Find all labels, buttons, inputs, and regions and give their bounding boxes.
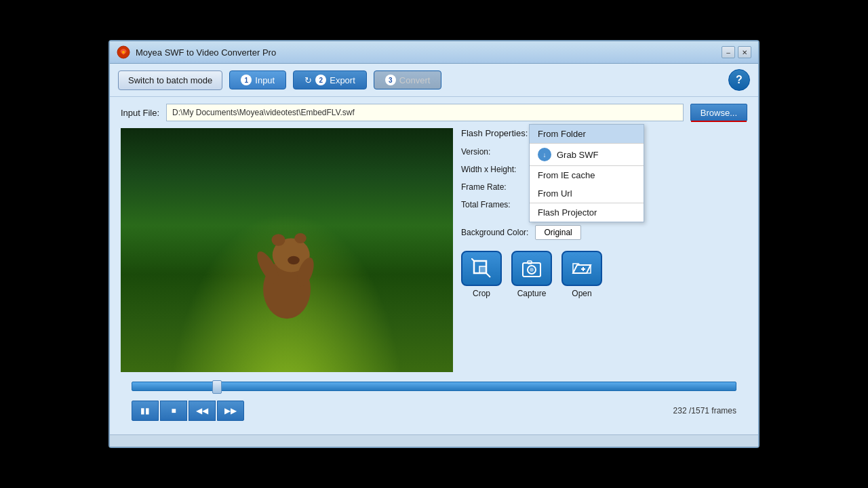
grab-swf-item[interactable]: ↓ Grab SWF bbox=[530, 144, 644, 165]
toolbar: Switch to batch mode 1 Input ↻ 2 Export … bbox=[110, 64, 758, 97]
input-file-row: Input File: Browse... bbox=[121, 104, 747, 121]
title-bar-left: Moyea SWF to Video Converter Pro bbox=[117, 45, 276, 59]
version-label: Version: bbox=[461, 147, 529, 157]
from-url-label: From Url bbox=[538, 188, 572, 199]
step2-export-button[interactable]: ↻ 2 Export bbox=[293, 70, 367, 89]
totalframes-label: Total Frames: bbox=[461, 200, 529, 209]
rewind-button[interactable]: ◀◀ bbox=[189, 401, 216, 421]
from-ie-cache-item[interactable]: From IE cache bbox=[530, 166, 644, 184]
batch-mode-button[interactable]: Switch to batch mode bbox=[118, 70, 222, 90]
step1-label: Input bbox=[255, 75, 275, 85]
original-color-button[interactable]: Original bbox=[535, 225, 580, 240]
bear-svg bbox=[243, 196, 331, 331]
step1-input-button[interactable]: 1 Input bbox=[229, 70, 286, 89]
help-button[interactable]: ? bbox=[728, 69, 750, 91]
background-color-row: Background Color: Original bbox=[461, 225, 747, 240]
from-folder-item[interactable]: From Folder bbox=[530, 125, 644, 143]
svg-point-8 bbox=[288, 256, 300, 265]
window-title: Moyea SWF to Video Converter Pro bbox=[136, 47, 276, 58]
crop-icon bbox=[461, 251, 502, 286]
open-button[interactable]: Open bbox=[561, 251, 602, 298]
input-file-field[interactable] bbox=[166, 104, 684, 121]
browse-dropdown: From Folder ↓ Grab SWF From IE cache Fro… bbox=[529, 124, 644, 222]
grab-swf-icon: ↓ bbox=[538, 148, 551, 161]
close-button[interactable]: ✕ bbox=[738, 46, 751, 58]
browse-button[interactable]: Browse... bbox=[690, 104, 747, 121]
input-file-label: Input File: bbox=[121, 108, 159, 118]
svg-point-4 bbox=[272, 234, 285, 246]
step3-label: Convert bbox=[399, 75, 431, 85]
stop-button[interactable]: ■ bbox=[160, 401, 187, 421]
from-url-item[interactable]: From Url bbox=[530, 184, 644, 203]
video-preview-container bbox=[121, 128, 453, 372]
title-bar: Moyea SWF to Video Converter Pro – ✕ bbox=[110, 41, 758, 64]
size-label: Width x Height: bbox=[461, 165, 529, 174]
capture-svg bbox=[521, 258, 542, 279]
capture-icon bbox=[511, 251, 552, 286]
crop-svg bbox=[471, 258, 492, 279]
capture-button[interactable]: Capture bbox=[511, 251, 552, 298]
action-buttons: Crop Capture bbox=[461, 251, 747, 298]
svg-point-5 bbox=[294, 233, 307, 243]
bg-color-label: Background Color: bbox=[461, 228, 528, 237]
step1-number: 1 bbox=[241, 75, 252, 85]
open-icon bbox=[561, 251, 602, 286]
main-area: Flash Properties: Version: Width x Heigh… bbox=[121, 128, 747, 372]
status-bar bbox=[110, 434, 758, 447]
app-icon bbox=[117, 45, 130, 59]
framerate-label: Frame Rate: bbox=[461, 182, 529, 192]
minimize-button[interactable]: – bbox=[722, 46, 735, 58]
crop-button[interactable]: Crop bbox=[461, 251, 502, 298]
forward-button[interactable]: ▶▶ bbox=[217, 401, 244, 421]
step3-convert-button[interactable]: 3 Convert bbox=[374, 70, 442, 89]
crop-label: Crop bbox=[473, 289, 490, 298]
svg-point-1 bbox=[122, 51, 125, 54]
frames-info: 232 /1571 frames bbox=[673, 406, 736, 415]
step2-number: 2 bbox=[315, 75, 326, 85]
flash-projector-item[interactable]: Flash Projector bbox=[530, 203, 644, 222]
open-label: Open bbox=[572, 289, 591, 298]
controls-row: ▮▮ ■ ◀◀ ▶▶ 232 /1571 frames bbox=[121, 398, 747, 428]
svg-rect-12 bbox=[479, 266, 486, 273]
main-window: Moyea SWF to Video Converter Pro – ✕ Swi… bbox=[108, 40, 760, 448]
from-folder-label: From Folder bbox=[538, 129, 586, 139]
step2-refresh-icon: ↻ bbox=[304, 75, 312, 85]
from-ie-cache-label: From IE cache bbox=[538, 170, 595, 180]
seek-thumb[interactable] bbox=[212, 380, 222, 394]
seek-bar[interactable] bbox=[132, 382, 736, 391]
step3-number: 3 bbox=[385, 75, 396, 85]
title-controls: – ✕ bbox=[722, 46, 751, 58]
open-svg bbox=[572, 258, 592, 279]
grab-swf-label: Grab SWF bbox=[557, 150, 598, 160]
content-area: Input File: Browse... bbox=[110, 97, 758, 434]
pause-button[interactable]: ▮▮ bbox=[132, 401, 159, 421]
flash-projector-label: Flash Projector bbox=[538, 207, 597, 218]
svg-line-10 bbox=[471, 258, 474, 261]
step2-label: Export bbox=[330, 75, 355, 85]
capture-label: Capture bbox=[517, 289, 547, 298]
seek-bar-container bbox=[121, 379, 747, 394]
svg-line-11 bbox=[486, 273, 490, 277]
svg-point-15 bbox=[530, 268, 534, 272]
video-preview bbox=[121, 128, 453, 372]
